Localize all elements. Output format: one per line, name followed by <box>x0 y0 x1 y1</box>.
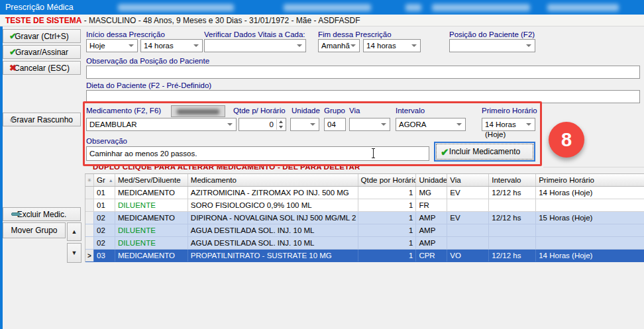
intervalo-select[interactable]: AGORA <box>396 118 466 131</box>
cell-via: VO <box>447 250 489 261</box>
cell-qtde: 1 <box>358 199 417 211</box>
fim-day-select[interactable]: Amanhã <box>318 39 360 52</box>
medicamento-select[interactable]: DEAMBULAR <box>86 118 237 131</box>
move-group-button[interactable]: Mover Grupo <box>3 222 66 238</box>
vitais-label: Verificar Dados Vitais a Cada: <box>204 30 305 38</box>
primeiro-label: Primeiro Horário <box>482 107 537 115</box>
save-sign-button-label: Gravar/Assinar <box>15 48 68 57</box>
cell-tipo: MEDICAMENTO <box>115 250 188 261</box>
move-down-button[interactable]: ▼ <box>67 243 81 263</box>
fim-time-select[interactable]: 14 horas <box>363 39 421 52</box>
column-header-unidade[interactable]: Unidade <box>416 174 447 186</box>
move-up-button[interactable]: ▲ <box>67 222 81 241</box>
posicao-label: Posição do Paciente (F2) <box>449 30 535 38</box>
text-cursor-icon <box>371 148 376 158</box>
cell-qtde: 1 <box>358 250 417 261</box>
cell-tipo: MEDICAMENTO <box>115 187 188 199</box>
asterisk-icon: ✳ <box>87 177 92 183</box>
intervalo-label: Intervalo <box>396 107 425 115</box>
inicio-time-select[interactable]: 14 horas <box>140 39 203 52</box>
patient-info-bar: TESTE DE SISTEMA - MASCULINO - 48 Anos, … <box>0 15 644 26</box>
patient-name: TESTE DE SISTEMA <box>5 16 81 25</box>
arrow-up-icon: ▲ <box>72 228 78 235</box>
table-row[interactable]: 01DILUENTESORO FISIOLOGICO 0,9% 100 ML1F… <box>85 199 644 212</box>
arrow-down-icon: ▼ <box>72 250 78 256</box>
column-header-gr[interactable]: Gr▲ <box>94 174 115 186</box>
sort-asc-icon: ▲ <box>109 178 113 183</box>
column-header-qtde[interactable]: Qtde por Horário <box>358 174 417 186</box>
inicio-day-select[interactable]: Hoje <box>86 39 138 52</box>
delete-med-button[interactable]: Excluir Medic. <box>3 207 81 221</box>
redacted-title-text <box>547 4 619 11</box>
observacao-input[interactable]: Caminhar ao menos 20 passos. <box>86 146 429 161</box>
table-body: 01MEDICAMENTOAZITROMICINA - ZITROMAX PO … <box>85 187 644 262</box>
posicao-select[interactable] <box>449 39 535 52</box>
table-row[interactable]: >03MEDICAMENTOPROPATILNITRATO - SUSTRATE… <box>85 250 644 262</box>
cell-medicamento: SORO FISIOLOGICO 0,9% 100 ML <box>188 199 358 211</box>
check-icon: ✔ <box>9 32 17 40</box>
save-button[interactable]: ✔ Gravar (Ctrl+S) <box>3 29 81 43</box>
obs-posicao-input[interactable] <box>86 66 640 79</box>
column-header-medicamento[interactable]: Medicamento <box>188 174 358 186</box>
cancel-button-label: Cancelar (ESC) <box>14 64 70 73</box>
cell-medicamento: AGUA DESTILADA SOL. INJ. 10 ML <box>188 237 358 249</box>
unidade-select[interactable] <box>290 118 319 131</box>
incluir-medicamento-label: Incluir Medicamento <box>449 147 520 156</box>
table-row[interactable]: 01MEDICAMENTOAZITROMICINA - ZITROMAX PO … <box>85 187 644 199</box>
dieta-input[interactable] <box>86 90 640 103</box>
cell-gr: 01 <box>94 187 115 199</box>
cell-intervalo <box>489 237 536 249</box>
table-header-row: ✳ Gr▲ Med/Serv/Diluente Medicamento Qtde… <box>85 174 644 187</box>
cell-unidade: AMP <box>416 224 447 236</box>
redacted-title-text <box>284 4 371 11</box>
fim-label: Fim dessa Prescrição <box>318 30 392 38</box>
chevron-down-icon <box>310 123 315 126</box>
incluir-medicamento-button[interactable]: ✔ Incluir Medicamento <box>434 142 535 162</box>
cell-medicamento: PROPATILNITRATO - SUSTRATE 10 MG <box>188 250 358 261</box>
cell-qtde: 1 <box>358 187 417 199</box>
chevron-down-icon <box>129 44 134 47</box>
medicamento-label: Medicamento (F2, F6) <box>86 107 161 115</box>
redacted-title-text <box>118 4 234 11</box>
cancel-button[interactable]: ✖ Cancelar (ESC) <box>3 61 81 75</box>
vitais-select[interactable] <box>204 39 306 52</box>
row-selector-cell: > <box>85 250 94 261</box>
grupo-input[interactable]: 04 <box>324 118 346 131</box>
cell-unidade: MG <box>416 187 447 199</box>
chevron-down-icon <box>227 123 233 126</box>
cell-via <box>447 224 489 236</box>
cell-medicamento: DIPIRONA - NOVALGINA SOL INJ 500 MG/ML 2 <box>188 212 358 224</box>
table-row[interactable]: 02DILUENTEAGUA DESTILADA SOL. INJ. 10 ML… <box>85 237 644 250</box>
cell-unidade: FR <box>416 199 447 211</box>
cell-intervalo <box>489 199 536 211</box>
redacted-title-text <box>405 4 421 11</box>
observacao-label: Observação <box>86 137 127 145</box>
via-select[interactable] <box>349 118 390 131</box>
row-selector-cell <box>85 224 94 236</box>
title-bar: Prescrição Médica <box>0 0 644 15</box>
divider <box>543 167 644 167</box>
save-sign-button[interactable]: ✔ Gravar/Assinar <box>3 45 81 59</box>
column-header-tipo[interactable]: Med/Serv/Diluente <box>115 174 188 186</box>
table-row[interactable]: 02MEDICAMENTODIPIRONA - NOVALGINA SOL IN… <box>85 212 644 224</box>
cell-primeiro: 15 Horas (Hoje) <box>536 212 644 224</box>
column-header-primeiro[interactable]: Primeiro Horário <box>536 174 644 186</box>
primeiro-select[interactable]: 14 Horas (Hoje) <box>482 118 535 131</box>
prescription-window: Prescrição Médica TESTE DE SISTEMA - MAS… <box>0 0 644 329</box>
column-header-intervalo[interactable]: Intervalo <box>489 174 536 186</box>
cell-gr: 01 <box>94 199 115 211</box>
grupo-value: 04 <box>327 120 336 128</box>
inicio-label: Início dessa Prescrição <box>86 30 165 38</box>
table-row[interactable]: 02DILUENTEAGUA DESTILADA SOL. INJ. 10 ML… <box>85 224 644 237</box>
selector-column-header[interactable]: ✳ <box>85 174 94 186</box>
save-draft-button[interactable]: ✔ Gravar Rascunho <box>3 113 81 126</box>
observacao-value: Caminhar ao menos 20 passos. <box>89 150 197 158</box>
chevron-down-icon <box>456 123 462 126</box>
redacted-title-text <box>432 4 530 11</box>
patient-details: - MASCULINO - 48 Anos, 9 Meses e 30 Dias… <box>81 16 360 25</box>
stepper-arrows-icon[interactable] <box>276 119 284 130</box>
qtde-stepper[interactable]: 0 <box>239 118 286 131</box>
redacted-button[interactable] <box>171 105 225 117</box>
cell-gr: 03 <box>94 250 115 261</box>
column-header-via[interactable]: Via <box>447 174 489 186</box>
